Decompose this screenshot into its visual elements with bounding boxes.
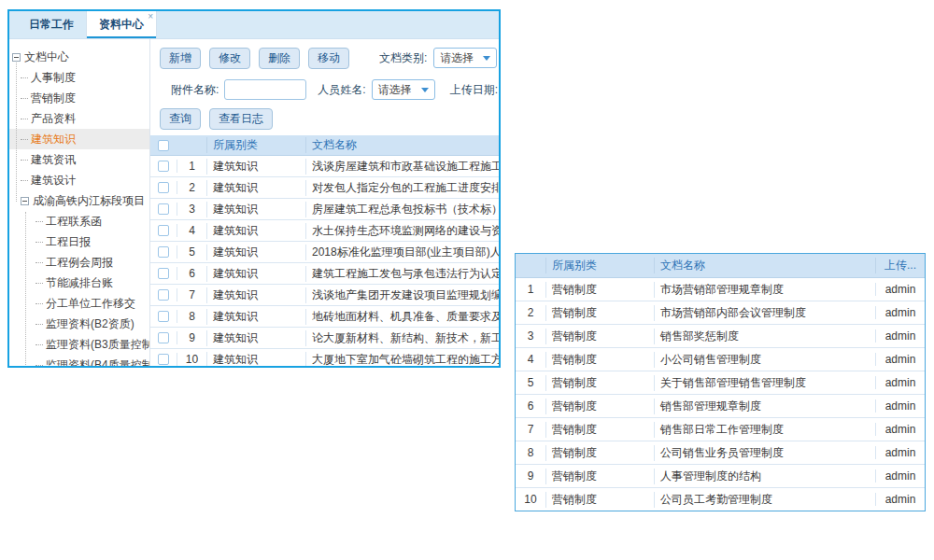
tree-branch-line-icon: [35, 365, 43, 366]
tab-bar: 日常工作 资料中心 ×: [9, 11, 499, 39]
table-row[interactable]: 1 营销制度 市场营销部管理规章制度 admin: [516, 278, 925, 301]
row-uploader: admin: [875, 399, 925, 413]
table-row[interactable]: 4 营销制度 小公司销售管理制度 admin: [516, 348, 925, 371]
row-checkbox[interactable]: [158, 203, 169, 215]
row-checkbox-cell: [150, 289, 177, 301]
row-category: 建筑知识: [206, 352, 305, 368]
tree-item[interactable]: 营销制度: [9, 88, 149, 108]
tree-item[interactable]: 建筑资讯: [9, 149, 149, 170]
tree-item[interactable]: 建筑知识: [9, 129, 149, 149]
tree-item[interactable]: 工程联系函: [9, 211, 149, 231]
tree-item-label: 监理资料(B3质量控制): [46, 337, 150, 353]
row-doc-name: 市场营销部内部会议管理制度: [654, 305, 875, 321]
toolbar-button[interactable]: 新增: [160, 48, 201, 69]
row-checkbox[interactable]: [158, 289, 169, 301]
tab-data-center-label: 资料中心: [99, 17, 144, 33]
row-checkbox-cell: [150, 225, 177, 236]
doc-category-value: 请选择: [440, 50, 474, 66]
tree-item[interactable]: 监理资料(B4质量控制): [9, 355, 149, 367]
table-row[interactable]: 9 建筑知识 论大厦新材料、新结构、新技术，新工...: [150, 328, 499, 349]
tree-item-label: 工程日报: [46, 234, 91, 250]
row-checkbox[interactable]: [158, 182, 169, 193]
view-log-button[interactable]: 查看日志: [209, 108, 273, 130]
document-list-pane: 新增 修改 删除 移动 文档类别: 请选择 文档名称:: [150, 39, 499, 367]
tree-item[interactable]: 人事制度: [9, 67, 149, 88]
row-category: 营销制度: [545, 492, 654, 508]
header-category: 所属别类: [545, 258, 654, 273]
close-tab-icon[interactable]: ×: [148, 12, 153, 21]
tree-item[interactable]: 节能减排台账: [9, 273, 149, 293]
select-all-checkbox[interactable]: [158, 140, 169, 151]
row-checkbox[interactable]: [158, 246, 169, 258]
tree-branch-line-icon: [35, 344, 43, 345]
tab-daily-work[interactable]: 日常工作: [17, 11, 86, 38]
person-name-select[interactable]: 请选择: [372, 79, 435, 100]
table-row[interactable]: 7 建筑知识 浅谈地产集团开发建设项目监理规划编...: [150, 285, 499, 306]
table-row[interactable]: 2 建筑知识 对发包人指定分包的工程施工进度安排...: [150, 177, 499, 199]
row-checkbox[interactable]: [158, 161, 169, 172]
row-doc-name: 销售部奖惩制度: [654, 329, 875, 344]
tree-item[interactable]: 文档中心: [9, 47, 149, 67]
query-button[interactable]: 查询: [160, 108, 201, 130]
person-name-label: 人员姓名:: [318, 82, 365, 98]
row-category: 建筑知识: [206, 159, 305, 175]
toolbar-button[interactable]: 移动: [308, 48, 349, 69]
row-uploader: admin: [875, 446, 925, 459]
table-row[interactable]: 5 营销制度 关于销售部管理销售管理制度 admin: [516, 371, 925, 395]
table-row[interactable]: 6 营销制度 销售部管理规章制度 admin: [516, 395, 925, 418]
tree-item-label: 文档中心: [24, 49, 69, 65]
row-category: 营销制度: [545, 352, 654, 368]
row-checkbox[interactable]: [158, 268, 169, 279]
row-uploader: admin: [875, 306, 925, 319]
table-row[interactable]: 7 营销制度 销售部日常工作管理制度 admin: [516, 418, 925, 441]
tree-item[interactable]: 成渝高铁内江标段项目: [9, 190, 149, 211]
row-doc-name: 水土保持生态环境监测网络的建设与资...: [305, 223, 499, 239]
row-doc-name: 市场营销部管理规章制度: [654, 282, 875, 298]
tree-item-label: 工程联系函: [46, 214, 102, 230]
tree-item[interactable]: 工程日报: [9, 231, 149, 252]
row-checkbox[interactable]: [158, 332, 169, 343]
tree-item[interactable]: 产品资料: [9, 108, 149, 129]
header-doc-name: 文档名称: [654, 258, 875, 273]
collapse-icon[interactable]: [12, 53, 21, 62]
row-uploader: admin: [875, 493, 925, 506]
collapse-icon[interactable]: [21, 197, 29, 205]
row-category: 建筑知识: [206, 202, 305, 217]
table-row[interactable]: 3 建筑知识 房屋建筑工程总承包投标书（技术标）...: [150, 199, 499, 220]
row-checkbox[interactable]: [158, 354, 169, 365]
table-row[interactable]: 2 营销制度 市场营销部内部会议管理制度 admin: [516, 301, 925, 325]
table-row[interactable]: 9 营销制度 人事管理制度的结构 admin: [516, 465, 925, 488]
tree-branch-line-icon: [35, 242, 43, 243]
table-row[interactable]: 6 建筑知识 建筑工程施工发包与承包违法行为认定...: [150, 263, 499, 285]
tree-item-label: 建筑知识: [31, 132, 76, 147]
row-checkbox[interactable]: [158, 225, 169, 236]
table-row[interactable]: 3 营销制度 销售部奖惩制度 admin: [516, 325, 925, 348]
row-doc-name: 公司销售业务员管理制度: [654, 445, 875, 461]
row-checkbox[interactable]: [158, 311, 169, 322]
row-category: 营销制度: [545, 282, 654, 298]
tree-item[interactable]: 监理资料(B2资质): [9, 314, 149, 334]
tree-item-label: 产品资料: [31, 111, 76, 127]
tree-item[interactable]: 建筑设计: [9, 170, 149, 190]
table-row[interactable]: 4 建筑知识 水土保持生态环境监测网络的建设与资...: [150, 220, 499, 242]
tab-data-center[interactable]: 资料中心 ×: [86, 11, 157, 38]
table-row[interactable]: 8 营销制度 公司销售业务员管理制度 admin: [516, 441, 925, 465]
doc-category-label: 文档类别:: [379, 50, 427, 66]
person-name-value: 请选择: [378, 82, 412, 98]
doc-category-select[interactable]: 请选择: [433, 48, 497, 68]
attachment-name-input[interactable]: [224, 79, 306, 100]
query-button-label: 查询: [169, 111, 191, 127]
table-row[interactable]: 8 建筑知识 地砖地面材料、机具准备、质量要求及...: [150, 306, 499, 328]
table-row[interactable]: 10 建筑知识 大厦地下室加气砼墙砌筑工程的施工方...: [150, 349, 499, 367]
table-row[interactable]: 1 建筑知识 浅谈房屋建筑和市政基础设施工程施工...: [150, 156, 499, 177]
tree-item[interactable]: 分工单位工作移交: [9, 293, 149, 314]
table-row[interactable]: 10 营销制度 公司员工考勤管理制度 admin: [516, 488, 925, 511]
attachment-name-label: 附件名称:: [171, 82, 219, 98]
table-row[interactable]: 5 建筑知识 2018标准化监理项目部(业主项目部)人员...: [150, 242, 499, 263]
tree-item[interactable]: 监理资料(B3质量控制): [9, 334, 149, 355]
documents-table: 所属别类 文档名称 1 建筑知识 浅谈房屋建筑和市政基础设施工程施工...: [150, 135, 499, 367]
tree-item[interactable]: 工程例会周报: [9, 252, 149, 273]
toolbar-button[interactable]: 修改: [209, 48, 250, 69]
tree-branch-line-icon: [35, 221, 43, 222]
toolbar-button[interactable]: 删除: [259, 48, 300, 69]
